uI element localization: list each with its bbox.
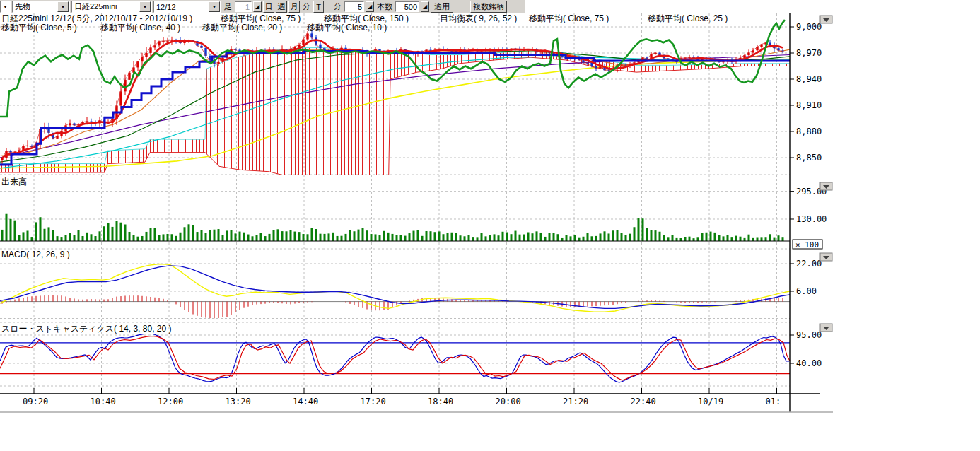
time-tick-label: 01: (766, 397, 781, 406)
time-tick-label: 18:40 (428, 397, 453, 406)
panel-settings-dropdown[interactable] (820, 253, 832, 261)
time-tick-label: 09:20 (23, 397, 48, 406)
axis-tick-label: 130.00 (796, 214, 827, 224)
legend-item: 移動平均( Close, 20 ) (202, 23, 282, 33)
time-tick-label: 20:00 (496, 397, 521, 406)
panel-settings-dropdown[interactable] (820, 182, 832, 190)
legend-item: 移動平均( Close, 40 ) (100, 23, 180, 33)
legend-item: 移動平均( Close, 150 ) (324, 13, 409, 23)
axis-tick-label: 9,000 (796, 22, 822, 32)
axis-tick-label: 8,880 (796, 127, 822, 136)
legend-item: 移動平均( Close, 75 ) (221, 13, 301, 23)
time-tick-label: 10:40 (91, 397, 116, 406)
chart-application-window: ▼ 先物 ▼ 日経225mini ▼ 12/12 ▼ 足 1 ◢ 日 週 月 分… (0, 0, 980, 451)
axis-tick-label: 8,850 (796, 153, 822, 163)
time-tick-label: 10/19 (698, 397, 723, 406)
panel-settings-dropdown[interactable] (820, 16, 832, 23)
axis-tick-label: 6.00 (796, 286, 817, 296)
time-tick-label: 22:40 (631, 397, 656, 406)
legend-item: 移動平均( Close, 75 ) (529, 13, 609, 23)
time-tick-label: 12:00 (158, 397, 183, 406)
axis-tick-label: 8,970 (796, 48, 822, 58)
time-tick-label: 17:20 (361, 397, 386, 406)
legend-item: 移動平均( Close, 10 ) (307, 23, 387, 33)
legend-item: 日経225mini 12/12( 5分, 2012/10/17 - 2012/1… (1, 13, 192, 23)
macd-panel[interactable] (0, 249, 790, 322)
macd-panel-label: MACD( 12, 26, 9 ) (1, 250, 70, 259)
axis-tick-label: 40.00 (796, 358, 822, 368)
time-tick-label: 21:20 (563, 397, 588, 406)
legend-item: 一目均衡表( 9, 26, 52 ) (431, 13, 517, 23)
stoch-panel-label: スロー・ストキャスティクス( 14, 3, 80, 20 ) (1, 324, 171, 334)
time-tick-label: 13:20 (226, 397, 251, 406)
volume-panel[interactable] (0, 175, 790, 249)
axis-tick-label: 22.00 (796, 259, 822, 269)
axis-tick-label: 8,940 (796, 74, 822, 84)
volume-panel-label: 出来高 (1, 177, 27, 187)
chart-surface[interactable]: 9,0008,9708,9408,9108,8808,850295.00130.… (0, 0, 980, 451)
legend-item: 移動平均( Close, 5 ) (1, 23, 77, 33)
axis-tick-label: 8,910 (796, 100, 822, 110)
time-tick-label: 14:40 (293, 397, 318, 406)
legend-item: 移動平均( Close, 25 ) (648, 13, 728, 23)
volume-multiplier-label: × 100 (795, 240, 819, 250)
axis-tick-label: 95.00 (796, 330, 822, 340)
panel-settings-dropdown[interactable] (820, 324, 832, 332)
